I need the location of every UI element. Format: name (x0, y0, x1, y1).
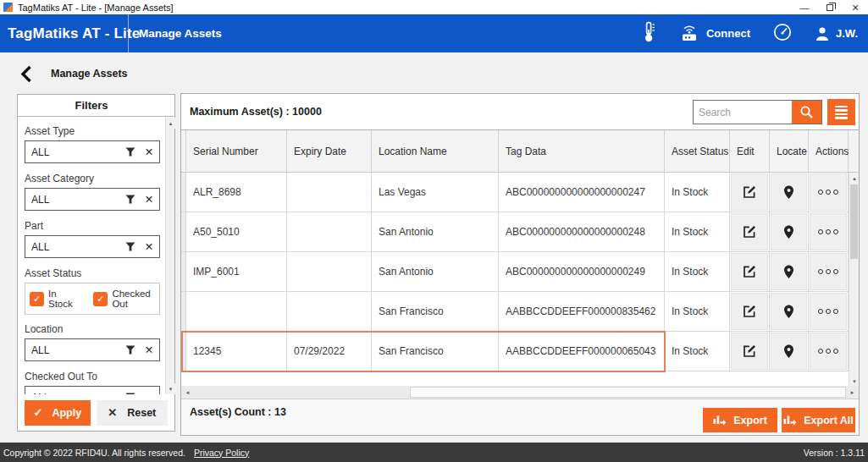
filter-clear-icon[interactable]: ✕ (139, 240, 159, 253)
locate-button[interactable] (771, 293, 807, 330)
user-initials: J.W. (836, 27, 858, 40)
cell-location-name: San Antonio (372, 212, 499, 252)
filter-clear-icon[interactable]: ✕ (139, 193, 159, 206)
horizontal-scrollbar[interactable]: ◄ ► (181, 386, 859, 399)
back-button[interactable] (20, 65, 32, 83)
filter-clear-icon[interactable]: ✕ (139, 146, 159, 158)
cell-asset-status: In Stock (665, 332, 730, 371)
header-divider (128, 14, 129, 52)
column-header[interactable]: Actions (809, 130, 849, 173)
filter-clear-icon[interactable]: ✕ (139, 344, 159, 356)
cell-tag-data: ABC000000000000000000247 (499, 173, 665, 212)
scroll-down-icon[interactable]: ▼ (849, 376, 859, 386)
map-pin-icon (783, 305, 794, 319)
filter-dropdown[interactable]: ALL ✕ (25, 188, 160, 211)
actions-button[interactable] (810, 253, 847, 290)
copyright-text: Copyright © 2022 RFID4U. All rights rese… (3, 448, 185, 458)
map-pin-icon (783, 185, 794, 200)
locate-button[interactable] (771, 333, 807, 370)
scroll-left-icon[interactable]: ◄ (181, 386, 194, 399)
assets-table: Serial Number Expiry Date Location Name … (181, 129, 859, 386)
export-all-button[interactable]: Export All (782, 408, 855, 432)
cell-expiry-date (287, 252, 372, 292)
column-header[interactable]: Tag Data (499, 130, 665, 173)
export-all-icon (783, 415, 796, 426)
filter-funnel-icon[interactable] (122, 345, 139, 355)
edit-button[interactable] (731, 333, 768, 370)
table-row[interactable]: IMP_6001 San Antonio ABC0000000000000000… (181, 252, 859, 292)
x-icon: ✕ (108, 406, 117, 419)
connect-button[interactable]: Connect (678, 25, 750, 42)
search-button[interactable] (792, 101, 821, 124)
filter-funnel-icon[interactable] (122, 147, 139, 157)
locate-button[interactable] (771, 173, 807, 211)
filter-dropdown[interactable]: ALL ✕ (25, 235, 160, 258)
checkbox-in-stock[interactable]: ✓ In Stock (30, 289, 82, 309)
cell-serial-number: IMP_6001 (186, 252, 287, 292)
filters-scrollbar[interactable]: ▲ ▼ (165, 118, 174, 394)
app-footer: Copyright © 2022 RFID4U. All rights rese… (0, 443, 868, 462)
search-input[interactable] (694, 101, 792, 124)
table-row[interactable]: San Francisco AABBCCDDEEFF000000835462 I… (181, 292, 859, 332)
scroll-up-icon[interactable]: ▲ (849, 173, 859, 184)
checkbox-checked-out[interactable]: ✓ Checked Out (93, 289, 155, 309)
cell-tag-data: AABBCCDDEEFF000000065043 (499, 332, 665, 371)
privacy-policy-link[interactable]: Privacy Policy (194, 448, 249, 458)
actions-button[interactable] (810, 333, 847, 370)
edit-pencil-icon (743, 225, 756, 239)
cell-serial-number: ALR_8698 (186, 173, 287, 212)
scroll-right-icon[interactable]: ► (846, 386, 859, 399)
temperature-icon[interactable] (643, 21, 655, 47)
table-row[interactable]: ALR_8698 Las Vegas ABC000000000000000000… (181, 173, 859, 212)
export-button[interactable]: Export (703, 408, 777, 432)
filter-dropdowns-b: Location ALL ✕ Checked Out To ALL ✕ (25, 323, 160, 394)
actions-button[interactable] (810, 293, 847, 330)
cell-asset-status: In Stock (665, 212, 730, 252)
column-header[interactable]: Location Name (372, 130, 499, 173)
edit-button[interactable] (731, 253, 768, 290)
reset-button[interactable]: ✕ Reset (97, 400, 168, 426)
edit-pencil-icon (743, 344, 756, 358)
filter-dropdown[interactable]: ALL ✕ (25, 338, 160, 361)
vertical-scrollbar-thumb[interactable] (850, 184, 858, 259)
restore-button[interactable] (817, 0, 843, 14)
edit-button[interactable] (731, 213, 768, 250)
cell-tag-data: ABC000000000000000000248 (499, 212, 665, 252)
user-menu[interactable]: J.W. (815, 26, 858, 41)
scroll-down-icon[interactable]: ▼ (166, 383, 175, 394)
filter-dropdown[interactable]: ALL ✕ (25, 140, 160, 163)
table-row[interactable]: A50_5010 San Antonio ABC0000000000000000… (181, 212, 859, 252)
column-list-button[interactable] (827, 99, 855, 125)
asset-status-box: ✓ In Stock ✓ Checked Out (25, 283, 160, 315)
column-header[interactable]: Asset Status (665, 130, 730, 173)
scroll-up-icon[interactable]: ▲ (166, 118, 175, 129)
window-titlebar: TagMatiks AT - Lite - [Manage Assets] — … (0, 0, 868, 14)
filter-funnel-icon[interactable] (122, 195, 139, 204)
edit-pencil-icon (743, 185, 756, 199)
column-header[interactable]: Locate (770, 130, 809, 173)
filter-funnel-icon[interactable] (122, 242, 139, 251)
minimize-button[interactable]: — (792, 0, 817, 14)
filter-label: Location (25, 323, 160, 335)
edit-button[interactable] (731, 173, 768, 211)
cell-location-name: San Francisco (372, 332, 499, 371)
cell-asset-status: In Stock (665, 252, 730, 292)
cell-serial-number: A50_5010 (186, 212, 287, 252)
horizontal-scrollbar-thumb[interactable] (410, 387, 846, 398)
locate-button[interactable] (771, 253, 807, 290)
gauge-icon[interactable] (773, 23, 792, 45)
locate-button[interactable] (771, 213, 807, 250)
actions-button[interactable] (810, 173, 847, 211)
column-header[interactable]: Serial Number (186, 130, 287, 173)
edit-button[interactable] (731, 293, 768, 330)
table-statusbar: Asset(s) Count : 13 Export Export All (181, 399, 859, 435)
scrollbar-header-stub (849, 130, 859, 173)
close-button[interactable]: × (843, 0, 868, 14)
vertical-scrollbar[interactable]: ▲ ▼ (849, 173, 859, 386)
column-header[interactable]: Edit (730, 130, 770, 173)
filter-dropdown[interactable]: ALL ✕ (25, 386, 160, 394)
actions-button[interactable] (810, 213, 847, 250)
column-header[interactable]: Expiry Date (287, 130, 372, 173)
table-row[interactable]: 12345 07/29/2022 San Francisco AABBCCDDE… (181, 332, 859, 371)
apply-button[interactable]: ✓ Apply (25, 400, 91, 426)
